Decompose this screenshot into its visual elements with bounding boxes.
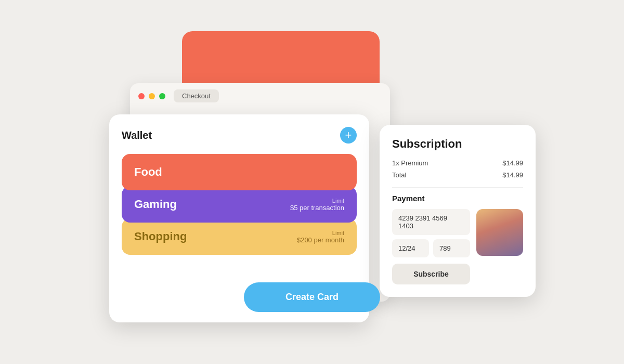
subscribe-button[interactable]: Subscribe [392,264,470,284]
subscription-total-price: $14.99 [502,171,523,179]
checkout-tab[interactable]: Checkout [174,89,219,102]
payment-label: Payment [392,194,523,203]
subscription-payment-area: 4239 2391 4569 1403 12/24 789 Subscribe [392,209,523,284]
shopping-limit-label: Limit [297,230,344,236]
shopping-limit-value: $200 per month [297,236,344,244]
browser-dot-green [159,93,165,99]
shopping-limit: Limit $200 per month [297,230,344,244]
gaming-label: Gaming [134,198,177,211]
shopping-label: Shopping [134,230,187,243]
browser-dot-yellow [149,93,155,99]
gaming-category-card[interactable]: Gaming Limit $5 per transaction [122,186,357,223]
browser-bar: Checkout [130,83,390,109]
expiry-field[interactable]: 12/24 [392,239,429,257]
subscription-item-price: $14.99 [502,159,523,167]
subscription-title: Subscription [392,137,523,151]
shopping-category-card[interactable]: Shopping Limit $200 per month [122,218,357,255]
cards-stack: Food Gaming Limit $5 per transaction Sho… [122,154,357,255]
subscription-total-label: Total [392,171,406,179]
subscription-thumbnail [476,209,523,256]
wallet-header: Wallet + [122,127,357,144]
subscription-fields: 4239 2391 4569 1403 12/24 789 Subscribe [392,209,470,284]
main-scene: Checkout scription nthly Limit Wallet + … [78,31,546,333]
gaming-limit-value: $5 per transaction [290,204,344,212]
browser-dot-red [138,93,145,99]
subscription-divider [392,187,523,188]
create-card-button[interactable]: Create Card [244,282,380,312]
card-number-field[interactable]: 4239 2391 4569 1403 [392,209,470,235]
expiry-cvv-row: 12/24 789 [392,239,470,257]
gaming-limit: Limit $5 per transaction [290,198,344,212]
cvv-field[interactable]: 789 [433,239,470,257]
subscription-item-row: 1x Premium $14.99 [392,159,523,167]
subscription-total-row: Total $14.99 [392,171,523,179]
subscription-item-label: 1x Premium [392,159,428,167]
subscription-card: Subscription 1x Premium $14.99 Total $14… [380,125,536,297]
add-card-button[interactable]: + [340,127,357,144]
food-category-card[interactable]: Food [122,154,357,190]
food-label: Food [134,165,162,178]
gaming-limit-label: Limit [290,198,344,204]
wallet-title: Wallet [122,129,152,141]
